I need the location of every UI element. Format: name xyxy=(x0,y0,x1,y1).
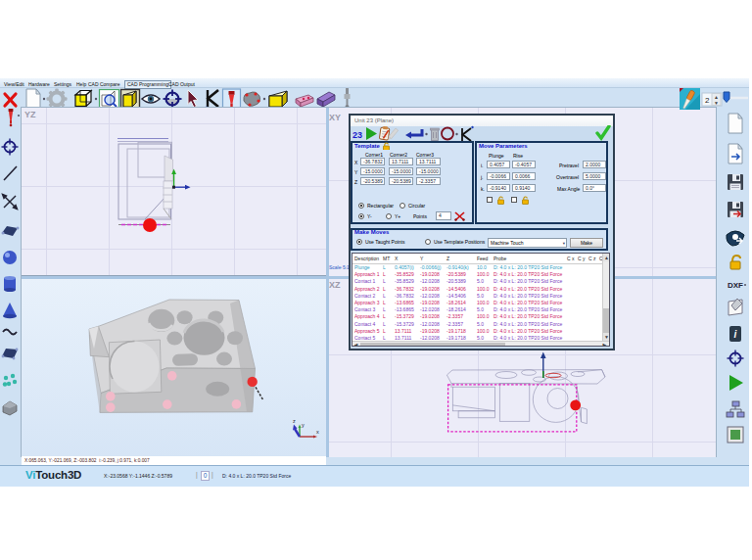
svg-text:z: z xyxy=(293,418,296,424)
svg-text:x: x xyxy=(316,429,319,435)
svg-text:23: 23 xyxy=(352,130,362,140)
svg-text:2: 2 xyxy=(705,96,710,105)
svg-text:▼: ▼ xyxy=(714,100,719,106)
svg-text:y: y xyxy=(302,422,305,428)
